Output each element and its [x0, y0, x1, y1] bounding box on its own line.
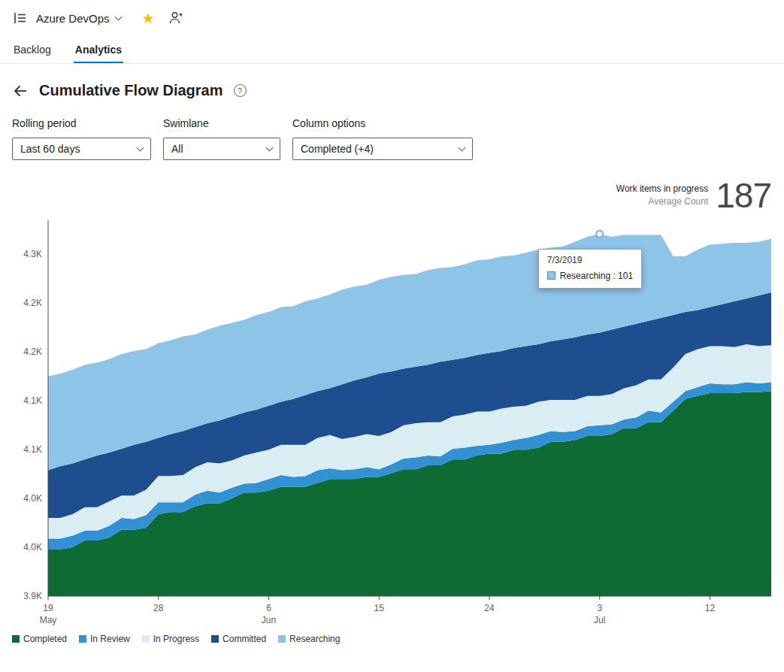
- swimlane-dropdown[interactable]: All: [163, 138, 280, 160]
- page-header: Cumulative Flow Diagram ?: [0, 64, 784, 99]
- svg-text:4.1K: 4.1K: [23, 395, 42, 406]
- svg-text:4.0K: 4.0K: [23, 493, 42, 504]
- svg-text:3: 3: [597, 603, 602, 613]
- legend-label: Completed: [23, 634, 67, 644]
- in-progress-swatch: [142, 635, 150, 643]
- svg-text:4.3K: 4.3K: [23, 249, 42, 259]
- chevron-down-icon: [266, 144, 274, 151]
- svg-text:15: 15: [374, 603, 385, 613]
- filter-swimlane: Swimlane All: [163, 117, 280, 160]
- svg-text:4.1K: 4.1K: [23, 444, 42, 455]
- app-root: Azure DevOps ★ Backlog Analytics Cumulat…: [0, 0, 784, 653]
- svg-text:24: 24: [484, 603, 495, 613]
- cumulative-flow-chart[interactable]: 3.9K4.0K4.0K4.1K4.1K4.2K4.2K4.3K19May286…: [12, 214, 771, 628]
- chart-tooltip: 7/3/2019 Researching : 101: [538, 249, 642, 289]
- svg-text:4.0K: 4.0K: [23, 542, 42, 552]
- tooltip-series-swatch: [547, 271, 555, 280]
- svg-text:6: 6: [266, 603, 271, 613]
- org-switcher[interactable]: Azure DevOps: [36, 12, 121, 25]
- legend-label: In Review: [90, 634, 130, 644]
- chevron-down-icon: [114, 13, 122, 20]
- back-button[interactable]: [12, 83, 29, 99]
- swimlane-value: All: [171, 143, 183, 155]
- filter-rolling-period: Rolling period Last 60 days: [12, 117, 151, 160]
- legend-item-in-progress[interactable]: In Progress: [142, 634, 199, 644]
- top-bar: Azure DevOps ★: [0, 0, 784, 36]
- legend-item-completed[interactable]: Completed: [12, 634, 67, 644]
- help-icon[interactable]: ?: [234, 84, 247, 97]
- svg-text:4.2K: 4.2K: [23, 347, 42, 357]
- tab-bar: Backlog Analytics: [0, 36, 784, 64]
- svg-text:4.2K: 4.2K: [23, 298, 42, 308]
- rolling-period-label: Rolling period: [12, 117, 151, 129]
- rolling-period-value: Last 60 days: [20, 143, 80, 155]
- committed-swatch: [211, 635, 219, 643]
- svg-text:Jun: Jun: [262, 615, 276, 625]
- user-icon[interactable]: [168, 11, 183, 26]
- chart-legend: Completed In Review In Progress Committe…: [12, 628, 771, 653]
- legend-label: In Progress: [153, 634, 199, 644]
- svg-text:28: 28: [153, 603, 164, 613]
- svg-text:3.9K: 3.9K: [23, 591, 42, 601]
- legend-label: Committed: [222, 634, 266, 644]
- legend-item-in-review[interactable]: In Review: [79, 634, 130, 644]
- filter-bar: Rolling period Last 60 days Swimlane All…: [0, 99, 784, 160]
- column-options-label: Column options: [292, 117, 473, 129]
- svg-text:May: May: [40, 615, 57, 625]
- favorite-star-icon[interactable]: ★: [142, 11, 155, 26]
- stats-block: Work items in progress Average Count 187: [12, 172, 771, 213]
- swimlane-label: Swimlane: [163, 117, 280, 129]
- svg-text:12: 12: [705, 603, 716, 613]
- filter-column-options: Column options Completed (+4): [292, 117, 473, 160]
- chart-card: Work items in progress Average Count 187…: [12, 172, 771, 653]
- collection-list-icon[interactable]: [12, 10, 29, 26]
- in-review-swatch: [79, 635, 86, 643]
- rolling-period-dropdown[interactable]: Last 60 days: [12, 138, 151, 160]
- tooltip-label: Researching : 101: [560, 271, 633, 281]
- stats-value: 187: [716, 180, 771, 213]
- stats-title: Work items in progress: [616, 183, 708, 194]
- chevron-down-icon: [459, 144, 466, 151]
- chart-canvas[interactable]: 3.9K4.0K4.0K4.1K4.1K4.2K4.2K4.3K19May286…: [12, 214, 771, 628]
- legend-item-researching[interactable]: Researching: [278, 634, 340, 644]
- column-options-value: Completed (+4): [301, 143, 374, 155]
- tab-analytics[interactable]: Analytics: [74, 36, 123, 63]
- column-options-dropdown[interactable]: Completed (+4): [292, 138, 473, 160]
- legend-label: Researching: [289, 634, 340, 644]
- page-title: Cumulative Flow Diagram: [39, 82, 223, 99]
- tooltip-date: 7/3/2019: [547, 255, 633, 265]
- researching-swatch: [278, 635, 286, 643]
- svg-text:19: 19: [43, 603, 53, 613]
- completed-swatch: [12, 635, 20, 643]
- tab-backlog[interactable]: Backlog: [12, 36, 53, 63]
- svg-text:Jul: Jul: [594, 615, 605, 625]
- stats-subtitle: Average Count: [616, 196, 708, 207]
- product-name: Azure DevOps: [36, 12, 110, 25]
- legend-item-committed[interactable]: Committed: [211, 634, 266, 644]
- chevron-down-icon: [137, 144, 144, 151]
